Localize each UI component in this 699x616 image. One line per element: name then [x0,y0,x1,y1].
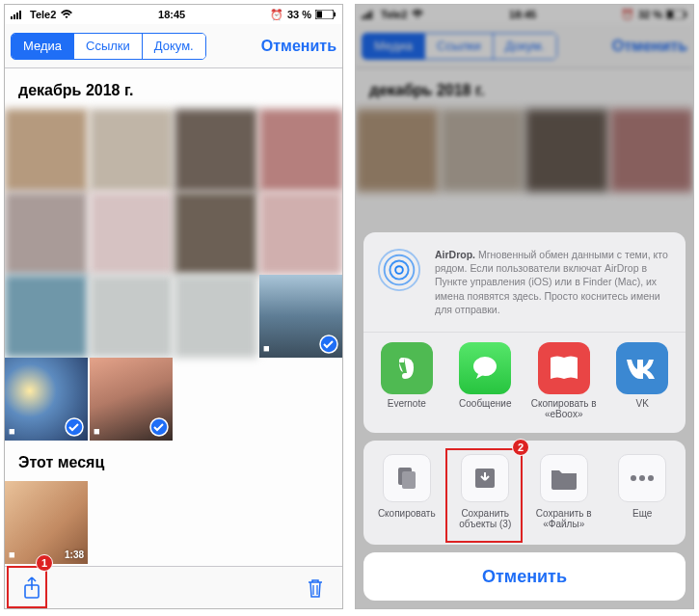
airdrop-text: AirDrop. Мгновенный обмен данными с теми… [435,248,672,316]
tab-links[interactable]: Ссылки [74,34,143,59]
share-cancel-button[interactable]: Отменить [363,552,686,601]
share-eboox[interactable]: Скопировать в «eBoox» [524,342,604,421]
thumb[interactable] [175,192,257,275]
action-copy[interactable]: Скопировать [367,454,446,531]
svg-point-22 [473,357,497,376]
thumb[interactable]: ■ [5,358,88,441]
thumb-empty [259,358,342,441]
svg-rect-24 [402,471,416,489]
thumb[interactable] [90,192,173,275]
video-icon: ■ [9,425,15,437]
annotation-badge-2: 2 [512,439,529,456]
thumb[interactable]: ■ [259,275,342,358]
trash-button[interactable] [304,576,327,600]
status-bar: Tele2 18:45 ⏰ 33 % [5,5,342,24]
tab-media[interactable]: Медиа [12,34,74,59]
vk-icon [616,342,668,394]
signal-icon [11,10,26,19]
thumb[interactable] [175,109,257,192]
airdrop-row[interactable]: AirDrop. Мгновенный обмен данными с теми… [363,232,686,332]
section-december: декабрь 2018 г. [5,68,342,109]
thumb[interactable] [5,109,88,192]
share-block-actions: Скопировать Сохранить объекты (3) Сохран… [363,441,686,545]
share-evernote[interactable]: Evernote [367,342,446,421]
wifi-icon [60,10,73,19]
svg-rect-0 [11,16,13,19]
action-save-files[interactable]: Сохранить в «Файлы» [524,454,604,531]
check-icon [65,417,84,437]
section-this-month: Этот месяц [5,441,342,481]
thumb[interactable] [259,109,342,192]
thumb[interactable] [5,192,88,275]
segmented-control[interactable]: Медиа Ссылки Докум. [11,33,206,60]
tab-documents[interactable]: Докум. [143,34,205,59]
svg-point-26 [631,475,636,481]
action-row: Скопировать Сохранить объекты (3) Сохран… [363,441,686,545]
svg-point-19 [390,261,408,280]
svg-point-18 [395,266,403,274]
svg-rect-1 [13,14,15,19]
media-list: декабрь 2018 г. ■ [5,68,342,566]
video-icon: ■ [263,342,270,354]
phone-right: Tele2 18:45 ⏰ 32 % Медиа Ссылки Докум. О… [355,4,694,609]
svg-rect-6 [334,13,336,16]
share-block-apps: AirDrop. Мгновенный обмен данными с теми… [363,232,686,433]
battery-icon [315,10,336,19]
thumb[interactable] [259,192,342,275]
carrier-label: Tele2 [30,9,56,20]
battery-pct: 33 % [287,9,311,20]
share-apps-row: Evernote Сообщение Скопировать в «eBoox» [363,332,686,433]
svg-rect-3 [19,11,21,19]
thumb[interactable] [5,275,88,358]
nav-bar: Медиа Ссылки Докум. Отменить [5,24,342,68]
svg-point-20 [385,255,415,285]
more-icon [618,454,666,502]
thumb[interactable] [175,275,257,358]
video-icon: ■ [9,549,15,560]
thumb[interactable] [90,109,173,192]
share-messages[interactable]: Сообщение [446,342,525,421]
svg-rect-5 [317,12,323,18]
toolbar [5,566,342,608]
cancel-button[interactable]: Отменить [250,38,336,55]
svg-point-28 [648,475,654,481]
share-sheet: AirDrop. Мгновенный обмен данными с теми… [363,232,686,601]
share-button[interactable] [20,576,43,600]
copy-icon [383,454,431,502]
action-more[interactable]: Еще [604,454,683,531]
status-time: 18:45 [158,9,185,20]
action-save-objects[interactable]: Сохранить объекты (3) [446,454,525,531]
eboox-icon [538,342,590,394]
airdrop-icon [377,248,421,292]
share-vk[interactable]: VK [604,342,683,421]
alarm-icon: ⏰ [270,9,283,21]
svg-point-27 [639,475,645,481]
messages-icon [459,342,511,394]
evernote-icon [381,342,433,394]
thumb[interactable]: ■ 1:38 [5,481,88,564]
thumb[interactable] [90,275,173,358]
phone-left: Tele2 18:45 ⏰ 33 % Медиа Ссылки Докум. О… [4,4,343,609]
video-icon: ■ [94,425,100,437]
svg-rect-2 [16,13,18,19]
save-icon [461,454,509,502]
check-icon [319,335,338,354]
thumb-empty [175,358,257,441]
thumb[interactable]: ■ [90,358,173,441]
annotation-badge-1: 1 [36,554,53,572]
folder-icon [540,454,588,502]
check-icon [149,417,169,437]
video-duration: 1:38 [65,549,84,560]
